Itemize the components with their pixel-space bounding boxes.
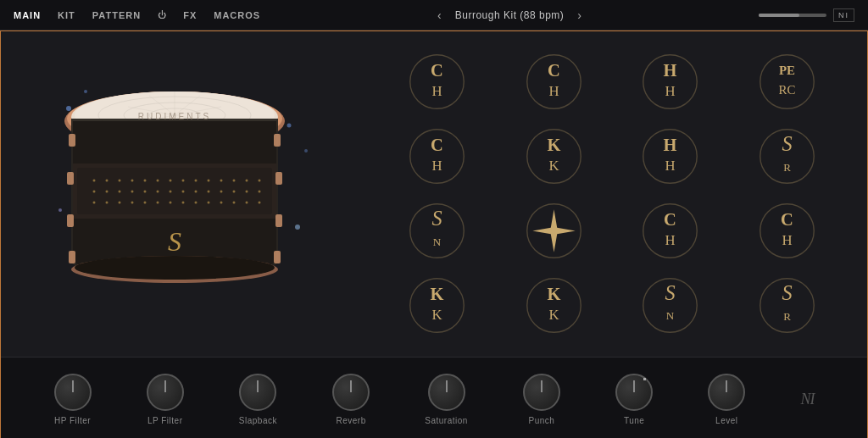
slapback-knob[interactable] (239, 374, 276, 411)
punch-knob-container: Punch (523, 374, 560, 425)
svg-rect-67 (274, 134, 281, 147)
tune-label: Tune (624, 416, 644, 425)
drum-area: S RUDIMENTS (1, 31, 357, 354)
lp-filter-knob[interactable] (147, 374, 184, 411)
ch-icon-5: C H (638, 202, 702, 261)
slider-fill (759, 14, 799, 17)
svg-text:C: C (431, 136, 443, 154)
ch-icon-6: C H (755, 202, 819, 261)
tune-knob-container: Tune (615, 374, 653, 425)
hp-filter-knob[interactable] (54, 374, 92, 411)
punch-knob[interactable] (523, 374, 560, 411)
svg-text:N: N (433, 236, 442, 248)
svg-point-25 (170, 179, 172, 181)
svg-point-49 (119, 201, 121, 203)
saturation-knob-container: Saturation (425, 374, 468, 425)
grid-item-1[interactable]: C H (401, 48, 473, 116)
grid-item-9[interactable]: S N (401, 197, 473, 265)
svg-text:H: H (432, 158, 442, 174)
power-icon[interactable]: ⏻ (158, 10, 166, 19)
grid-item-15[interactable]: S N (634, 272, 706, 340)
star-icon (522, 202, 586, 261)
grid-item-11[interactable]: C H (634, 197, 706, 265)
slapback-knob-container: Slapback (239, 374, 277, 425)
svg-point-35 (119, 190, 121, 192)
sn-icon: S N (405, 202, 469, 261)
svg-point-30 (233, 179, 236, 181)
next-arrow[interactable]: › (577, 8, 581, 22)
svg-point-59 (246, 201, 248, 203)
ch-icon-2: C H (522, 53, 586, 112)
grid-item-2[interactable]: C H (518, 48, 590, 116)
grid-item-5[interactable]: C H (401, 123, 473, 191)
svg-text:C: C (781, 210, 793, 229)
svg-point-32 (259, 179, 261, 181)
svg-point-21 (119, 179, 121, 181)
nav-fx[interactable]: FX (183, 10, 197, 20)
svg-text:H: H (665, 158, 676, 174)
svg-text:S: S (665, 281, 676, 304)
svg-text:H: H (432, 83, 442, 99)
volume-slider[interactable] (759, 14, 826, 17)
svg-point-36 (131, 190, 134, 192)
svg-point-22 (131, 179, 134, 181)
svg-point-33 (93, 190, 96, 192)
svg-text:H: H (664, 136, 677, 154)
svg-rect-66 (69, 251, 75, 263)
svg-point-52 (157, 201, 159, 203)
reverb-knob[interactable] (332, 374, 370, 411)
svg-point-50 (131, 201, 134, 203)
slapback-label: Slapback (239, 416, 277, 425)
grid-item-6[interactable]: K K (518, 123, 590, 191)
svg-text:S: S (168, 226, 181, 257)
level-knob[interactable] (708, 374, 745, 411)
svg-point-72 (75, 256, 275, 280)
saturation-knob[interactable] (428, 374, 465, 411)
svg-point-20 (106, 179, 108, 181)
brand-logo: NI (833, 8, 854, 22)
grid-item-12[interactable]: C H (751, 197, 823, 265)
grid-item-16[interactable]: S R (751, 272, 823, 340)
sr-icon-2: S R (755, 276, 819, 335)
svg-point-5 (295, 225, 300, 230)
level-knob-container: Level (708, 374, 745, 425)
svg-text:H: H (548, 83, 559, 99)
tune-knob[interactable] (615, 374, 653, 411)
saturation-label: Saturation (425, 416, 468, 425)
svg-point-38 (157, 190, 159, 192)
svg-point-56 (208, 201, 210, 203)
prev-arrow[interactable]: ‹ (437, 8, 442, 22)
ch-icon-1: C H (405, 53, 469, 112)
grid-item-3[interactable]: H H (634, 48, 706, 116)
svg-text:K: K (548, 158, 559, 174)
nav-pattern[interactable]: PATTERN (92, 10, 141, 20)
kk-icon-2: K K (405, 276, 469, 335)
level-label: Level (715, 416, 737, 425)
nav-main[interactable]: MAIN (14, 10, 41, 20)
grid-item-10[interactable] (518, 197, 590, 265)
svg-text:RUDIMENTS: RUDIMENTS (138, 112, 211, 121)
top-navigation: MAIN KIT PATTERN ⏻ FX MACROS ‹ Burrough … (0, 0, 868, 30)
grid-item-4[interactable]: PE RC (751, 48, 823, 116)
svg-rect-70 (274, 251, 281, 263)
main-frame: S RUDIMENTS (0, 30, 868, 438)
svg-point-27 (195, 179, 198, 181)
svg-rect-69 (275, 214, 282, 227)
content-row: S RUDIMENTS (1, 31, 867, 357)
svg-point-42 (208, 190, 210, 192)
svg-point-44 (233, 190, 236, 192)
svg-point-46 (259, 190, 261, 192)
svg-text:K: K (547, 136, 560, 154)
svg-text:K: K (547, 285, 560, 303)
grid-item-14[interactable]: K K (518, 272, 590, 340)
grid-item-8[interactable]: S R (751, 123, 823, 191)
nav-macros[interactable]: MACROS (214, 10, 260, 20)
grid-item-13[interactable]: K K (401, 272, 473, 340)
svg-text:H: H (665, 83, 676, 99)
nav-kit[interactable]: KIT (58, 10, 75, 20)
svg-text:RC: RC (778, 83, 795, 97)
grid-item-7[interactable]: H H (634, 123, 706, 191)
svg-point-41 (195, 190, 198, 192)
ni-watermark: NI (800, 391, 814, 408)
svg-point-51 (144, 201, 147, 203)
